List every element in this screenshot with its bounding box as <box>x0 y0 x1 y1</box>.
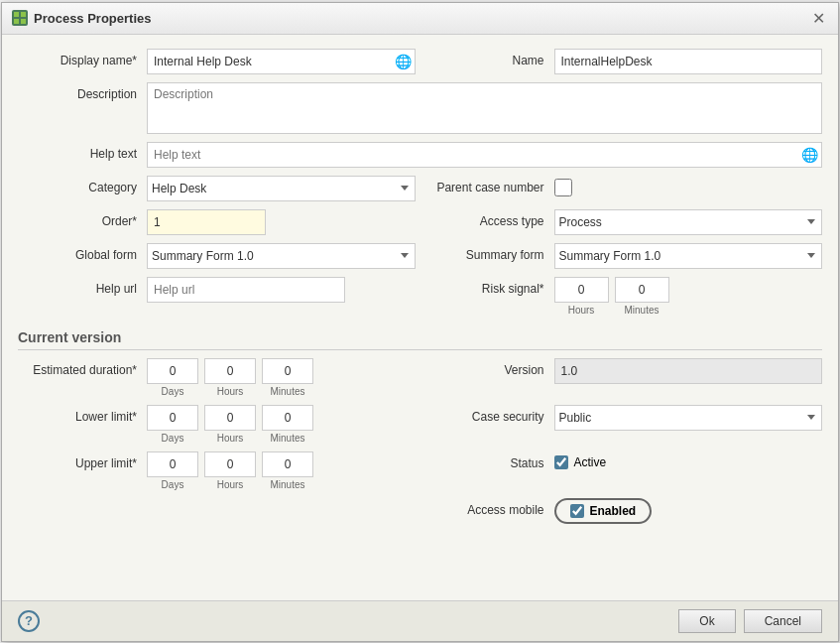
category-label: Category <box>18 176 137 194</box>
status-label: Status <box>425 451 544 470</box>
risk-hours-group: Hours <box>554 277 609 316</box>
bottom-bar: ? Ok Cancel <box>2 600 838 641</box>
est-days-group: Days <box>147 358 198 397</box>
status-text: Active <box>574 455 607 469</box>
summary-form-select[interactable]: Summary Form 1.0 Summary Form 2.0 <box>554 243 823 269</box>
risk-signal-label: Risk signal* <box>425 277 544 296</box>
svg-rect-3 <box>21 19 26 24</box>
risk-signal-inputs: Hours Minutes <box>554 277 823 316</box>
estimated-duration-label: Estimated duration* <box>18 358 137 377</box>
version-label: Version <box>425 358 544 377</box>
upper-limit-inputs: Days Hours Minutes <box>147 451 416 490</box>
help-url-label: Help url <box>18 277 137 296</box>
help-text-input[interactable] <box>147 142 822 168</box>
close-button[interactable]: ✕ <box>808 8 828 28</box>
lower-hours-label: Hours <box>217 433 244 444</box>
help-url-input[interactable] <box>147 277 345 303</box>
display-name-label: Display name* <box>18 49 137 67</box>
parent-case-checkbox[interactable] <box>554 179 572 196</box>
cv-grid: Estimated duration* Days Hours <box>18 358 822 524</box>
svg-rect-1 <box>21 12 26 17</box>
access-mobile-checkbox[interactable] <box>570 504 584 518</box>
globe-icon-display[interactable]: 🌐 <box>395 54 412 69</box>
lower-hours-group: Hours <box>204 405 256 444</box>
estimated-duration-container: Days Hours Minutes <box>147 358 416 397</box>
est-hours-group: Hours <box>204 358 256 397</box>
est-minutes-input[interactable] <box>262 358 313 384</box>
current-version-header: Current version <box>18 329 822 350</box>
access-type-select[interactable]: Process Manual Auto <box>554 209 823 235</box>
main-form-grid: Display name* 🌐 Name Description Help te… <box>18 49 822 316</box>
lower-limit-inputs: Days Hours Minutes <box>147 405 416 444</box>
risk-minutes-group: Minutes <box>615 277 669 316</box>
help-text-container: 🌐 <box>147 142 822 168</box>
display-name-container: 🌐 <box>147 49 416 74</box>
access-mobile-pill: Enabled <box>554 498 653 524</box>
title-bar-left: Process Properties <box>12 10 152 26</box>
risk-hours-input[interactable] <box>554 277 609 303</box>
lower-days-label: Days <box>162 433 184 444</box>
svg-rect-2 <box>14 19 19 24</box>
upper-days-group: Days <box>147 451 198 490</box>
upper-minutes-label: Minutes <box>270 479 304 490</box>
form-content: Display name* 🌐 Name Description Help te… <box>2 35 838 600</box>
lower-minutes-label: Minutes <box>270 433 304 444</box>
global-form-select[interactable]: Summary Form 1.0 Summary Form 2.0 <box>147 243 416 269</box>
risk-hours-label: Hours <box>568 305 595 316</box>
est-hours-input[interactable] <box>204 358 256 384</box>
description-input[interactable] <box>147 82 822 134</box>
upper-hours-input[interactable] <box>204 451 256 477</box>
svg-rect-0 <box>14 12 19 17</box>
dialog-title: Process Properties <box>34 11 152 26</box>
est-minutes-label: Minutes <box>270 386 304 397</box>
lower-hours-input[interactable] <box>204 405 256 431</box>
bottom-buttons: Ok Cancel <box>678 609 822 633</box>
process-icon <box>12 10 28 26</box>
est-days-label: Days <box>162 386 184 397</box>
title-bar: Process Properties ✕ <box>2 3 838 35</box>
est-hours-label: Hours <box>217 386 244 397</box>
summary-form-label: Summary form <box>425 243 544 262</box>
est-days-input[interactable] <box>147 358 198 384</box>
parent-case-label: Parent case number <box>425 176 544 194</box>
version-input[interactable] <box>554 358 823 384</box>
name-label: Name <box>425 49 544 67</box>
description-label: Description <box>18 82 137 101</box>
est-minutes-group: Minutes <box>262 358 313 397</box>
access-type-label: Access type <box>425 209 544 228</box>
dialog-window: Process Properties ✕ Display name* 🌐 Nam… <box>1 2 839 642</box>
order-label: Order* <box>18 209 137 228</box>
lower-days-group: Days <box>147 405 198 444</box>
lower-minutes-input[interactable] <box>262 405 313 431</box>
parent-case-checkbox-container <box>554 176 823 199</box>
lower-limit-container: Days Hours Minutes <box>147 405 416 444</box>
help-text-label: Help text <box>18 142 137 161</box>
current-version-section: Current version Estimated duration* Days… <box>18 329 822 524</box>
access-mobile-label: Access mobile <box>425 498 544 517</box>
access-mobile-container-outer: Enabled <box>554 498 823 524</box>
display-name-input[interactable] <box>147 49 416 74</box>
lower-days-input[interactable] <box>147 405 198 431</box>
upper-hours-label: Hours <box>217 479 244 490</box>
category-select[interactable]: Help Desk IT Support HR <box>147 176 416 201</box>
help-button[interactable]: ? <box>18 610 40 632</box>
access-mobile-text: Enabled <box>590 504 637 518</box>
case-security-select[interactable]: Public Private Restricted <box>554 405 823 431</box>
upper-limit-label: Upper limit* <box>18 451 137 470</box>
upper-hours-group: Hours <box>204 451 256 490</box>
lower-limit-label: Lower limit* <box>18 405 137 424</box>
name-input[interactable] <box>554 49 823 74</box>
ok-button[interactable]: Ok <box>678 609 735 633</box>
order-input[interactable] <box>147 209 266 235</box>
risk-minutes-input[interactable] <box>615 277 669 303</box>
upper-days-label: Days <box>162 479 184 490</box>
status-checkbox[interactable] <box>554 455 568 469</box>
upper-days-input[interactable] <box>147 451 198 477</box>
estimated-duration-inputs: Days Hours Minutes <box>147 358 416 397</box>
upper-minutes-input[interactable] <box>262 451 313 477</box>
status-row: Active <box>554 451 823 469</box>
upper-minutes-group: Minutes <box>262 451 313 490</box>
globe-icon-help[interactable]: 🌐 <box>801 147 818 163</box>
cancel-button[interactable]: Cancel <box>744 609 822 633</box>
upper-limit-container: Days Hours Minutes <box>147 451 416 490</box>
